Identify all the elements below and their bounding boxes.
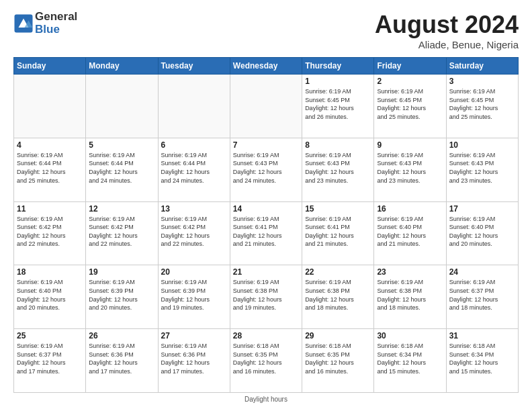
day-number: 15 [305, 204, 371, 214]
day-number: 22 [305, 267, 371, 277]
calendar-cell: 20Sunrise: 6:19 AM Sunset: 6:39 PM Dayli… [158, 265, 230, 329]
day-info: Sunrise: 6:19 AM Sunset: 6:40 PM Dayligh… [449, 215, 515, 248]
day-info: Sunrise: 6:19 AM Sunset: 6:44 PM Dayligh… [17, 151, 83, 185]
calendar-cell: 18Sunrise: 6:19 AM Sunset: 6:40 PM Dayli… [14, 265, 86, 329]
day-number: 27 [161, 331, 227, 340]
calendar-cell: 11Sunrise: 6:19 AM Sunset: 6:42 PM Dayli… [14, 201, 86, 265]
day-info: Sunrise: 6:18 AM Sunset: 6:34 PM Dayligh… [377, 342, 443, 375]
calendar-table: SundayMondayTuesdayWednesdayThursdayFrid… [13, 57, 519, 393]
daylight-label: Daylight hours [245, 396, 287, 403]
calendar-cell [158, 75, 230, 138]
calendar-cell: 2Sunrise: 6:19 AM Sunset: 6:45 PM Daylig… [374, 75, 446, 138]
page: General Blue August 2024 Aliade, Benue, … [0, 0, 532, 411]
calendar-cell: 23Sunrise: 6:19 AM Sunset: 6:38 PM Dayli… [374, 265, 446, 329]
day-info: Sunrise: 6:19 AM Sunset: 6:45 PM Dayligh… [377, 87, 443, 121]
day-info: Sunrise: 6:19 AM Sunset: 6:40 PM Dayligh… [17, 278, 83, 312]
calendar-cell: 27Sunrise: 6:19 AM Sunset: 6:36 PM Dayli… [158, 329, 230, 393]
calendar-cell: 6Sunrise: 6:19 AM Sunset: 6:44 PM Daylig… [158, 138, 230, 201]
day-info: Sunrise: 6:19 AM Sunset: 6:42 PM Dayligh… [17, 215, 83, 248]
calendar-cell: 15Sunrise: 6:19 AM Sunset: 6:41 PM Dayli… [302, 201, 374, 265]
day-number: 14 [233, 204, 299, 214]
calendar-cell: 4Sunrise: 6:19 AM Sunset: 6:44 PM Daylig… [14, 138, 86, 201]
day-number: 5 [89, 140, 154, 150]
logo-line1: General [35, 11, 77, 24]
day-info: Sunrise: 6:19 AM Sunset: 6:37 PM Dayligh… [17, 342, 83, 375]
calendar-cell: 24Sunrise: 6:19 AM Sunset: 6:37 PM Dayli… [446, 265, 518, 329]
calendar-cell: 14Sunrise: 6:19 AM Sunset: 6:41 PM Dayli… [230, 201, 302, 265]
day-number: 10 [449, 140, 515, 150]
day-info: Sunrise: 6:19 AM Sunset: 6:43 PM Dayligh… [305, 151, 371, 185]
weekday-header: Wednesday [230, 58, 302, 75]
day-info: Sunrise: 6:19 AM Sunset: 6:41 PM Dayligh… [233, 215, 299, 248]
calendar-cell: 26Sunrise: 6:19 AM Sunset: 6:36 PM Dayli… [86, 329, 158, 393]
weekday-header: Tuesday [158, 58, 230, 75]
day-number: 19 [89, 267, 154, 277]
logo: General Blue [13, 11, 77, 36]
day-number: 17 [449, 204, 515, 214]
day-number: 21 [233, 267, 299, 277]
day-number: 16 [377, 204, 443, 214]
day-info: Sunrise: 6:19 AM Sunset: 6:38 PM Dayligh… [233, 278, 299, 312]
day-info: Sunrise: 6:19 AM Sunset: 6:37 PM Dayligh… [449, 278, 515, 312]
calendar-cell: 17Sunrise: 6:19 AM Sunset: 6:40 PM Dayli… [446, 201, 518, 265]
logo-text: General Blue [35, 11, 77, 36]
calendar-week-row: 4Sunrise: 6:19 AM Sunset: 6:44 PM Daylig… [14, 138, 519, 201]
calendar-cell: 7Sunrise: 6:19 AM Sunset: 6:43 PM Daylig… [230, 138, 302, 201]
calendar-cell: 31Sunrise: 6:18 AM Sunset: 6:34 PM Dayli… [446, 329, 518, 393]
calendar-cell: 3Sunrise: 6:19 AM Sunset: 6:45 PM Daylig… [446, 75, 518, 138]
calendar-cell [86, 75, 158, 138]
day-info: Sunrise: 6:19 AM Sunset: 6:43 PM Dayligh… [377, 151, 443, 185]
weekday-header: Sunday [14, 58, 86, 75]
calendar-header-row: SundayMondayTuesdayWednesdayThursdayFrid… [14, 58, 519, 75]
calendar-cell [230, 75, 302, 138]
day-info: Sunrise: 6:19 AM Sunset: 6:42 PM Dayligh… [161, 215, 227, 248]
day-info: Sunrise: 6:19 AM Sunset: 6:45 PM Dayligh… [449, 87, 515, 121]
day-info: Sunrise: 6:19 AM Sunset: 6:38 PM Dayligh… [305, 278, 371, 312]
logo-icon [13, 13, 34, 34]
day-number: 11 [17, 204, 83, 214]
day-info: Sunrise: 6:19 AM Sunset: 6:42 PM Dayligh… [89, 215, 154, 248]
calendar-cell: 28Sunrise: 6:18 AM Sunset: 6:35 PM Dayli… [230, 329, 302, 393]
calendar-cell: 21Sunrise: 6:19 AM Sunset: 6:38 PM Dayli… [230, 265, 302, 329]
day-number: 26 [89, 331, 154, 340]
calendar-week-row: 1Sunrise: 6:19 AM Sunset: 6:45 PM Daylig… [14, 75, 519, 138]
day-number: 8 [305, 140, 371, 150]
day-number: 29 [305, 331, 371, 340]
footer-note: Daylight hours [13, 396, 519, 403]
calendar-cell: 9Sunrise: 6:19 AM Sunset: 6:43 PM Daylig… [374, 138, 446, 201]
day-info: Sunrise: 6:19 AM Sunset: 6:39 PM Dayligh… [161, 278, 227, 312]
calendar-cell: 13Sunrise: 6:19 AM Sunset: 6:42 PM Dayli… [158, 201, 230, 265]
day-number: 6 [161, 140, 227, 150]
weekday-header: Monday [86, 58, 158, 75]
calendar-week-row: 18Sunrise: 6:19 AM Sunset: 6:40 PM Dayli… [14, 265, 519, 329]
calendar-cell: 10Sunrise: 6:19 AM Sunset: 6:43 PM Dayli… [446, 138, 518, 201]
day-info: Sunrise: 6:19 AM Sunset: 6:36 PM Dayligh… [161, 342, 227, 375]
day-number: 1 [305, 77, 371, 86]
day-info: Sunrise: 6:19 AM Sunset: 6:38 PM Dayligh… [377, 278, 443, 312]
calendar-cell [14, 75, 86, 138]
day-info: Sunrise: 6:19 AM Sunset: 6:40 PM Dayligh… [377, 215, 443, 248]
day-number: 4 [17, 140, 83, 150]
day-number: 13 [161, 204, 227, 214]
day-number: 24 [449, 267, 515, 277]
weekday-header: Friday [374, 58, 446, 75]
calendar-cell: 1Sunrise: 6:19 AM Sunset: 6:45 PM Daylig… [302, 75, 374, 138]
calendar-week-row: 11Sunrise: 6:19 AM Sunset: 6:42 PM Dayli… [14, 201, 519, 265]
day-info: Sunrise: 6:18 AM Sunset: 6:35 PM Dayligh… [233, 342, 299, 375]
day-number: 31 [449, 331, 515, 340]
day-info: Sunrise: 6:19 AM Sunset: 6:41 PM Dayligh… [305, 215, 371, 248]
day-info: Sunrise: 6:19 AM Sunset: 6:44 PM Dayligh… [161, 151, 227, 185]
weekday-header: Saturday [446, 58, 518, 75]
day-info: Sunrise: 6:19 AM Sunset: 6:43 PM Dayligh… [233, 151, 299, 185]
day-info: Sunrise: 6:19 AM Sunset: 6:45 PM Dayligh… [305, 87, 371, 121]
logo-line2: Blue [35, 24, 77, 36]
day-number: 7 [233, 140, 299, 150]
day-info: Sunrise: 6:19 AM Sunset: 6:43 PM Dayligh… [449, 151, 515, 185]
calendar-cell: 22Sunrise: 6:19 AM Sunset: 6:38 PM Dayli… [302, 265, 374, 329]
calendar-cell: 25Sunrise: 6:19 AM Sunset: 6:37 PM Dayli… [14, 329, 86, 393]
day-number: 30 [377, 331, 443, 340]
calendar-cell: 16Sunrise: 6:19 AM Sunset: 6:40 PM Dayli… [374, 201, 446, 265]
day-info: Sunrise: 6:19 AM Sunset: 6:36 PM Dayligh… [89, 342, 154, 375]
day-number: 2 [377, 77, 443, 86]
day-number: 25 [17, 331, 83, 340]
